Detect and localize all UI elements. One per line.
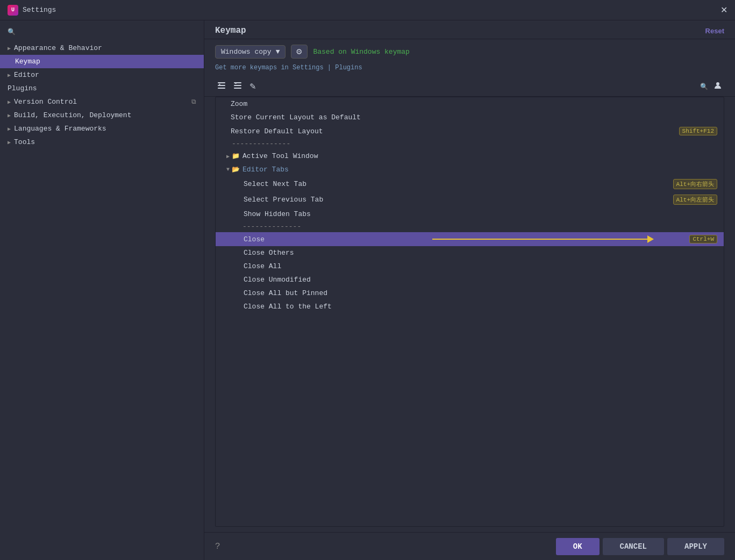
search-keymap-button[interactable]: 🔍 [700,83,708,91]
content-header: Keymap Reset [204,20,735,39]
tree-item-close[interactable]: Close Ctrl+W [216,232,724,246]
keymap-tree[interactable]: Zoom Store Current Layout as Default Res… [215,97,724,527]
sidebar-item-label: Version Control [14,98,77,106]
chevron-right-icon: ▶ [8,112,11,119]
item-label: Store Current Layout as Default [231,113,717,121]
search-icon: 🔍 [700,83,708,91]
sidebar-item-tools[interactable]: ▶ Tools [0,135,204,149]
app-icon: U [8,5,18,16]
chevron-right-icon: ▶ [8,99,11,105]
tree-separator-2: -------------- [216,221,724,232]
shortcut-badge: Alt+向右箭头 [673,179,717,189]
tree-item-active-tool-window[interactable]: ▶ 📁 Active Tool Window [216,149,724,163]
sidebar-item-label: Plugins [8,84,37,92]
tree-item-close-others[interactable]: Close Others [216,246,724,260]
svg-rect-2 [218,88,225,89]
close-window-button[interactable]: ✕ [720,5,727,15]
sidebar-item-version-control[interactable]: ▶ Version Control ⧉ [0,95,204,109]
expand-all-icon [217,82,226,91]
svg-rect-5 [234,85,241,86]
edit-icon: ✎ [249,82,256,91]
item-label: Close All but Pinned [244,289,717,297]
item-label: Select Previous Tab [244,196,673,204]
tree-item-zoom[interactable]: Zoom [216,97,724,111]
footer-buttons: OK CANCEL APPLY [556,538,724,555]
title-bar: U Settings ✕ [0,0,735,20]
page-title: Keymap [215,26,246,35]
plugin-link-row[interactable]: Get more keymaps in Settings | Plugins [204,62,735,77]
svg-point-8 [716,82,719,85]
item-label: Select Next Tab [244,180,673,188]
sidebar-item-build[interactable]: ▶ Build, Execution, Deployment [0,109,204,122]
tree-separator-1: -------------- [216,138,724,149]
chevron-right-icon: ▶ [8,72,11,78]
window-title: Settings [23,6,56,14]
svg-rect-6 [234,88,241,89]
collapse-all-button[interactable] [231,80,244,93]
sidebar-item-label: Tools [14,138,35,146]
plugin-link-text: Get more keymaps in Settings | Plugins [215,64,362,71]
tree-item-restore-layout[interactable]: Restore Default Layout Shift+F12 [216,124,724,138]
sidebar-item-label: Appearance & Behavior [14,44,102,52]
edit-button[interactable]: ✎ [247,81,259,92]
item-label: Close Others [244,249,717,257]
item-label: Close All [244,262,717,270]
cancel-button[interactable]: CANCEL [603,538,664,555]
copy-icon: ⧉ [191,98,196,106]
yellow-arrow-annotation [432,235,654,243]
tree-item-show-hidden-tabs[interactable]: Show Hidden Tabs [216,207,724,221]
item-label: Editor Tabs [242,166,717,174]
tree-item-store-layout[interactable]: Store Current Layout as Default [216,111,724,124]
sidebar-item-plugins[interactable]: Plugins [0,82,204,95]
help-icon[interactable]: ? [215,542,220,551]
item-label: Show Hidden Tabs [244,210,717,218]
tree-item-select-prev-tab[interactable]: Select Previous Tab Alt+向左箭头 [216,192,724,207]
content-area: Keymap Reset Windows copy ▼ ⚙ Based on W… [204,20,735,560]
chevron-down-icon: ▼ [226,167,230,173]
reset-button[interactable]: Reset [705,27,724,35]
item-label: Close Unmodified [244,276,717,284]
search-icon: 🔍 [8,28,16,36]
gear-icon: ⚙ [296,47,303,56]
user-filter-icon [713,82,722,91]
sidebar-item-languages[interactable]: ▶ Languages & Frameworks [0,122,204,135]
sidebar-search[interactable]: 🔍 [0,25,204,41]
item-label: Restore Default Layout [231,127,679,135]
item-label: Active Tool Window [242,152,717,160]
tree-item-editor-tabs[interactable]: ▼ 📂 Editor Tabs [216,163,724,176]
folder-icon: 📁 [232,152,240,160]
chevron-right-icon: ▶ [8,139,11,146]
expand-all-button[interactable] [215,80,228,93]
item-label: Close All to the Left [244,303,717,311]
tree-item-select-next-tab[interactable]: Select Next Tab Alt+向右箭头 [216,176,724,192]
keymap-dropdown[interactable]: Windows copy ▼ [215,45,286,59]
sidebar-item-keymap[interactable]: Keymap [0,55,204,68]
chevron-down-icon: ▼ [276,48,280,56]
sidebar-item-label: Editor [14,71,39,79]
apply-button[interactable]: APPLY [667,538,724,555]
tree-item-close-all-but-pinned[interactable]: Close All but Pinned [216,286,724,300]
tree-item-close-all-left[interactable]: Close All to the Left [216,300,724,313]
ok-button[interactable]: OK [556,538,600,555]
tree-item-close-unmodified[interactable]: Close Unmodified [216,273,724,286]
sidebar: 🔍 ▶ Appearance & Behavior Keymap ▶ Edito… [0,20,204,560]
item-label: Zoom [231,100,717,108]
shortcut-badge: Alt+向左箭头 [673,195,717,205]
dropdown-value: Windows copy [221,48,272,56]
chevron-right-icon: ▶ [226,153,230,160]
gear-button[interactable]: ⚙ [291,45,308,59]
footer: ? OK CANCEL APPLY [204,532,735,560]
svg-rect-0 [218,82,225,83]
main-layout: 🔍 ▶ Appearance & Behavior Keymap ▶ Edito… [0,20,735,560]
toolbar-row: ✎ 🔍 [204,77,735,97]
sidebar-item-appearance[interactable]: ▶ Appearance & Behavior [0,41,204,55]
folder-open-icon: 📂 [232,166,240,174]
svg-rect-1 [218,85,225,86]
tree-item-close-all[interactable]: Close All [216,260,724,273]
svg-rect-4 [234,82,241,83]
based-on-label: Based on Windows keymap [313,48,409,56]
filter-user-button[interactable] [711,80,724,93]
collapse-all-icon [233,82,242,91]
sidebar-item-editor[interactable]: ▶ Editor [0,68,204,82]
title-bar-left: U Settings [8,5,56,16]
